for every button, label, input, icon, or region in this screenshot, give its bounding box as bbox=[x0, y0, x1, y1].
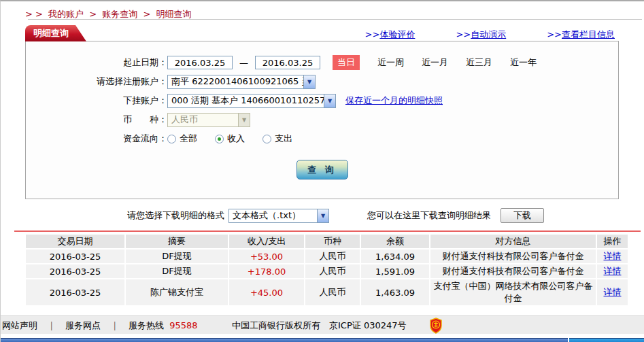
currency-row: 币 种： 人民币 ▼ bbox=[26, 112, 618, 127]
link-auto-demo[interactable]: >>自动演示 bbox=[456, 29, 506, 41]
sub-account-select[interactable]: 000 活期 基本户 1406600101102571848 ▼ bbox=[167, 94, 336, 108]
dropdown-arrow-icon[interactable]: ▼ bbox=[317, 209, 328, 222]
date-range-label: 起止日期： bbox=[26, 56, 167, 69]
download-row: 请您选择下载明细的格式 文本格式（.txt） ▼ 您可以在这里下载查询明细结果 … bbox=[1, 207, 644, 224]
link-label: 体验评价 bbox=[379, 29, 415, 39]
date-from-input[interactable] bbox=[167, 56, 233, 69]
download-hint: 您可以在这里下载查询明细结果 bbox=[367, 209, 491, 222]
range-last-3-months[interactable]: 近三月 bbox=[466, 56, 492, 69]
footer-copyright: 中国工商银行版权所有 京ICP证 030247号 bbox=[232, 320, 407, 332]
bottom-bar-left bbox=[1, 338, 568, 342]
link-experience-review[interactable]: >>体验评价 bbox=[365, 29, 416, 41]
table-top-divider bbox=[14, 230, 641, 232]
download-button[interactable]: 下载 bbox=[501, 208, 544, 223]
footer-links: 网站声明 ｜ 服务网点 ｜ 服务热线 95588 bbox=[2, 320, 198, 332]
query-button[interactable]: 查 询 bbox=[296, 160, 348, 179]
cell-amount: +178.00 bbox=[229, 264, 304, 278]
cell-counterparty: 财付通支付科技有限公司客户备付金 bbox=[430, 250, 596, 263]
link-label: 查看栏目信息 bbox=[562, 29, 615, 39]
security-badge-icon[interactable] bbox=[429, 318, 443, 336]
radio-icon[interactable] bbox=[167, 135, 176, 143]
header-summary: 摘要 bbox=[126, 235, 228, 248]
radio-checked-icon[interactable] bbox=[215, 135, 224, 143]
download-format-select[interactable]: 文本格式（.txt） ▼ bbox=[228, 209, 329, 223]
radio-icon[interactable] bbox=[262, 135, 271, 143]
flow-option-expense-label: 支出 bbox=[275, 133, 292, 145]
table-row: 2016-03-25 陈广锦支付宝 +45.00 人民币 1,463.09 支付… bbox=[26, 279, 628, 305]
detail-link[interactable]: 详情 bbox=[604, 266, 622, 276]
date-to-input[interactable] bbox=[255, 56, 320, 69]
registered-account-value: 南平 6222001406100921065 灵通卡 bbox=[168, 75, 303, 88]
cell-currency: 人民币 bbox=[305, 264, 360, 278]
save-snapshot-link[interactable]: 保存近一个月的明细快照 bbox=[345, 95, 443, 107]
currency-value: 人民币 bbox=[168, 114, 238, 126]
range-last-year[interactable]: 近一年 bbox=[510, 56, 537, 69]
header-action: 操作 bbox=[597, 235, 628, 248]
link-arrows: >> bbox=[365, 29, 380, 39]
cell-date: 2016-03-25 bbox=[26, 264, 124, 278]
query-form-panel: 起止日期： — 当日 近一周 近一月 近三月 近一年 请选择注册账户： 南平 6… bbox=[25, 41, 619, 199]
footer: 网站声明 ｜ 服务网点 ｜ 服务热线 95588 中国工商银行版权所有 京ICP… bbox=[1, 315, 644, 334]
cell-currency: 人民币 bbox=[305, 279, 360, 305]
today-button[interactable]: 当日 bbox=[333, 55, 360, 70]
breadcrumb-item-account-query[interactable]: 账务查询 bbox=[102, 9, 137, 19]
breadcrumb: > > 我的账户 > 账务查询 > 明细查询 bbox=[1, 1, 644, 18]
currency-label: 币 种： bbox=[26, 114, 167, 126]
registered-account-row: 请选择注册账户： 南平 6222001406100921065 灵通卡 ▼ bbox=[26, 74, 618, 89]
query-button-row: 查 询 bbox=[26, 160, 618, 179]
registered-account-select[interactable]: 南平 6222001406100921065 灵通卡 ▼ bbox=[167, 75, 316, 89]
cell-amount: +53.00 bbox=[229, 250, 304, 263]
link-view-column-info[interactable]: >>查看栏目信息 bbox=[547, 29, 615, 41]
range-last-month[interactable]: 近一月 bbox=[422, 56, 448, 69]
cell-balance: 1,463.09 bbox=[361, 279, 429, 305]
footer-separator: ｜ bbox=[110, 320, 119, 330]
flow-option-income[interactable]: 收入 bbox=[215, 133, 245, 145]
cell-summary: DF提现 bbox=[126, 264, 228, 278]
top-links: >>体验评价 >>自动演示 >>查看栏目信息 bbox=[365, 29, 619, 41]
dropdown-arrow-icon: ▼ bbox=[238, 114, 250, 126]
cell-summary: DF提现 bbox=[126, 250, 228, 263]
sub-account-value: 000 活期 基本户 1406600101102571848 bbox=[168, 95, 324, 107]
cell-date: 2016-03-25 bbox=[26, 279, 124, 305]
breadcrumb-prefix: > > bbox=[25, 9, 43, 19]
link-arrows: >> bbox=[547, 29, 562, 39]
footer-hotline-label: 服务热线 bbox=[129, 320, 164, 330]
cell-balance: 1,634.09 bbox=[361, 250, 429, 263]
flow-option-all[interactable]: 全部 bbox=[167, 133, 197, 145]
flow-option-all-label: 全部 bbox=[180, 133, 197, 145]
footer-hotline-number: 95588 bbox=[169, 320, 197, 330]
fund-flow-label: 资金流向： bbox=[26, 133, 167, 145]
table-row: 2016-03-25 DF提现 +53.00 人民币 1,634.09 财付通支… bbox=[26, 250, 628, 263]
breadcrumb-separator: > bbox=[89, 9, 97, 19]
sub-account-label: 下挂账户： bbox=[26, 95, 167, 107]
footer-link-site-statement[interactable]: 网站声明 bbox=[2, 320, 37, 330]
date-dash: — bbox=[239, 58, 248, 68]
cell-counterparty: 支付宝（中国）网络技术有限公司客户备付金 bbox=[430, 279, 596, 305]
flow-option-expense[interactable]: 支出 bbox=[262, 133, 292, 145]
detail-link[interactable]: 详情 bbox=[604, 287, 622, 297]
table-row: 2016-03-25 DF提现 +178.00 人民币 1,591.09 财付通… bbox=[26, 264, 628, 278]
cell-date: 2016-03-25 bbox=[26, 250, 124, 263]
footer-link-service-outlets[interactable]: 服务网点 bbox=[65, 320, 101, 330]
cell-counterparty: 财付通支付科技有限公司客户备付金 bbox=[430, 264, 596, 278]
currency-select-disabled: 人民币 ▼ bbox=[167, 113, 250, 127]
link-label: 自动演示 bbox=[471, 29, 506, 39]
breadcrumb-item-detail-query[interactable]: 明细查询 bbox=[156, 9, 191, 19]
bottom-bar-right bbox=[569, 338, 644, 342]
flow-option-income-label: 收入 bbox=[227, 133, 245, 145]
tab-detail-query[interactable]: 明细查询 bbox=[25, 25, 86, 41]
dropdown-arrow-icon[interactable]: ▼ bbox=[303, 75, 315, 88]
cell-currency: 人民币 bbox=[305, 250, 360, 263]
header-date: 交易日期 bbox=[26, 235, 124, 248]
header-counterparty: 对方信息 bbox=[430, 235, 596, 248]
breadcrumb-item-my-account[interactable]: 我的账户 bbox=[48, 9, 84, 19]
date-range-row: 起止日期： — 当日 近一周 近一月 近三月 近一年 bbox=[26, 55, 618, 70]
dropdown-arrow-icon[interactable]: ▼ bbox=[324, 95, 335, 107]
cell-amount: +45.00 bbox=[229, 279, 304, 305]
detail-link[interactable]: 详情 bbox=[604, 251, 622, 261]
registered-account-label: 请选择注册账户： bbox=[26, 75, 167, 88]
cell-balance: 1,591.09 bbox=[361, 264, 429, 278]
range-last-week[interactable]: 近一周 bbox=[377, 56, 404, 69]
header-currency: 币种 bbox=[305, 235, 360, 248]
header-balance: 余额 bbox=[361, 235, 429, 248]
